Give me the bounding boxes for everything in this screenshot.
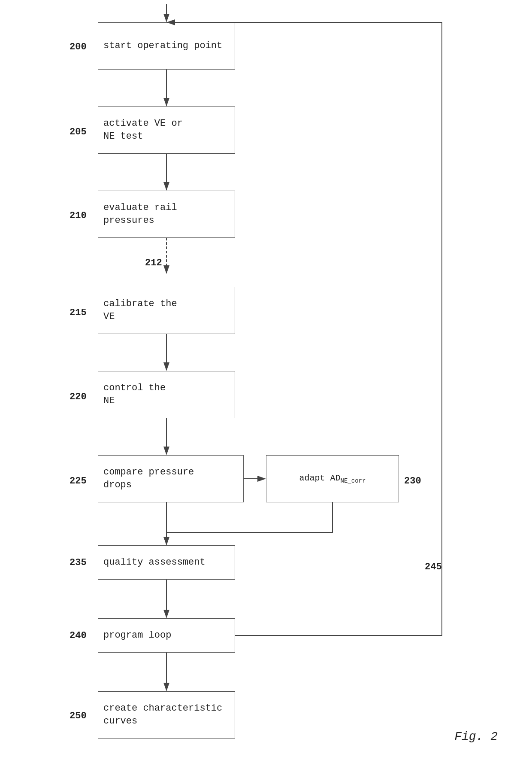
label-205: 205 <box>70 127 87 137</box>
box-235: quality assessment <box>98 545 235 580</box>
box-220: control theNE <box>98 371 235 418</box>
box-210: evaluate railpressures <box>98 191 235 238</box>
label-210: 210 <box>70 210 87 221</box>
label-245: 245 <box>425 562 442 572</box>
label-235: 235 <box>70 557 87 568</box>
label-200: 200 <box>70 42 87 52</box>
box-200: start operating point <box>98 22 235 70</box>
diagram-container: start operating point activate VE orNE t… <box>0 0 532 769</box>
flow-arrows <box>0 0 532 769</box>
label-250: 250 <box>70 711 87 721</box>
label-212: 212 <box>145 258 162 268</box>
label-240: 240 <box>70 630 87 641</box>
box-250: create characteristiccurves <box>98 691 235 739</box>
box-225: compare pressuredrops <box>98 455 244 502</box>
label-215: 215 <box>70 307 87 318</box>
box-240: program loop <box>98 618 235 653</box>
box-215: calibrate theVE <box>98 287 235 334</box>
label-230: 230 <box>404 476 421 486</box>
box-230: adapt ADNE_corr <box>266 455 399 502</box>
box-205: activate VE orNE test <box>98 106 235 154</box>
figure-label: Fig. 2 <box>454 730 498 743</box>
label-225: 225 <box>70 476 87 486</box>
label-220: 220 <box>70 392 87 402</box>
